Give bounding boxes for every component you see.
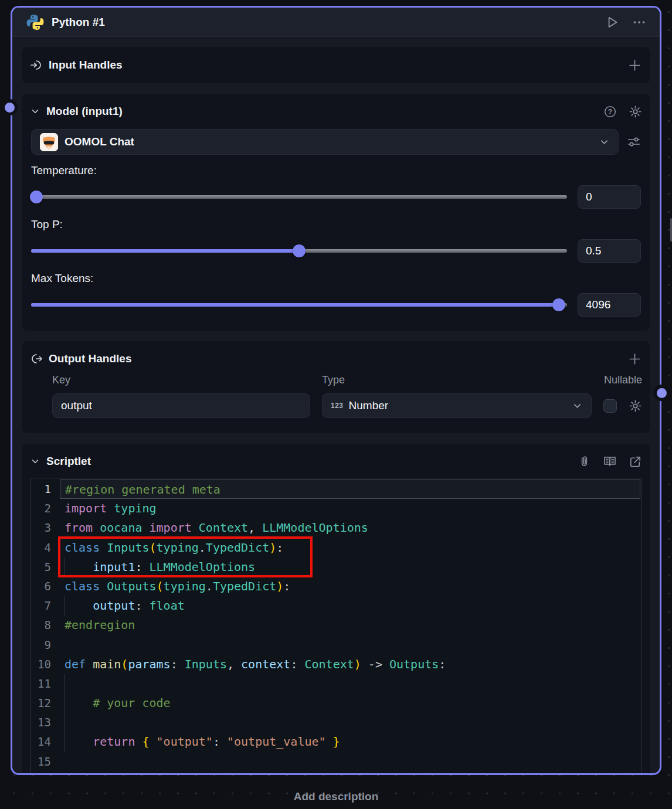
code-line-content: output: float bbox=[60, 596, 642, 616]
number-type-icon: 123 bbox=[331, 402, 344, 410]
code-line-content: #region generated meta bbox=[60, 480, 640, 499]
param-top-p: Top P: 0.5 bbox=[31, 218, 641, 263]
param-max-tokens: Max Tokens: 4096 bbox=[31, 272, 641, 317]
code-line-content: return { "output": "output_value" } bbox=[60, 732, 642, 752]
temperature-value[interactable]: 0 bbox=[578, 185, 641, 209]
max-tokens-slider[interactable] bbox=[31, 298, 567, 312]
param-label: Top P: bbox=[31, 218, 641, 231]
output-handles-panel: Output Handles Key Type Nullable 123 Num… bbox=[22, 341, 650, 433]
output-handles-title: Output Handles bbox=[49, 352, 627, 365]
add-description-button[interactable]: Add description bbox=[0, 790, 672, 803]
model-panel: Model (input1) ? bbox=[22, 94, 650, 331]
slider-thumb[interactable] bbox=[552, 298, 565, 311]
param-temperature: Temperature: 0 bbox=[31, 164, 641, 209]
chevron-down-icon[interactable] bbox=[30, 456, 40, 467]
code-line-content: # your code bbox=[60, 694, 642, 713]
node-title: Python #1 bbox=[52, 16, 605, 29]
input-port[interactable] bbox=[1, 99, 18, 115]
code-lines: 1#region generated meta2import typing3fr… bbox=[30, 480, 642, 771]
code-line[interactable]: 8#endregion bbox=[30, 616, 642, 635]
line-number: 11 bbox=[30, 674, 60, 694]
slider-thumb[interactable] bbox=[293, 244, 306, 257]
open-external-icon[interactable] bbox=[629, 455, 642, 468]
select-chevron-down-icon bbox=[572, 400, 583, 412]
model-select[interactable]: OOMOL Chat bbox=[31, 129, 619, 155]
line-number: 15 bbox=[30, 752, 60, 771]
run-button[interactable] bbox=[605, 15, 620, 30]
input-handles-icon bbox=[30, 59, 43, 72]
slider-fill bbox=[31, 303, 559, 307]
code-editor[interactable]: 1#region generated meta2import typing3fr… bbox=[30, 478, 642, 774]
model-settings-gear-icon[interactable] bbox=[629, 105, 642, 118]
line-number: 4 bbox=[30, 538, 60, 558]
code-line[interactable]: 2import typing bbox=[30, 499, 642, 518]
line-number: 7 bbox=[30, 596, 60, 616]
top-p-value[interactable]: 0.5 bbox=[578, 239, 641, 263]
line-number: 5 bbox=[30, 558, 60, 577]
nullable-checkbox[interactable] bbox=[603, 399, 617, 413]
code-line-content bbox=[60, 713, 642, 732]
code-line[interactable]: 15 bbox=[30, 752, 642, 771]
max-tokens-value[interactable]: 4096 bbox=[578, 293, 641, 317]
line-number: 2 bbox=[30, 499, 60, 518]
top-p-slider[interactable] bbox=[31, 244, 567, 258]
python-logo-icon bbox=[26, 13, 44, 31]
slider-track bbox=[31, 195, 567, 199]
model-select-value: OOMOL Chat bbox=[65, 135, 599, 148]
handle-type-value: Number bbox=[349, 399, 572, 412]
svg-text:?: ? bbox=[608, 107, 612, 115]
line-number: 8 bbox=[30, 616, 60, 635]
slider-fill bbox=[31, 249, 299, 253]
output-handles-icon bbox=[30, 352, 43, 365]
code-line[interactable]: 13 bbox=[30, 713, 642, 732]
slider-thumb[interactable] bbox=[30, 191, 43, 203]
node-body: Input Handles Model (input1) ? bbox=[12, 37, 660, 775]
model-tune-sliders-icon[interactable] bbox=[627, 135, 641, 149]
handle-key-input[interactable] bbox=[52, 393, 310, 418]
code-line[interactable]: 12 # your code bbox=[30, 694, 642, 713]
port-dot bbox=[657, 388, 667, 398]
handle-settings-gear-icon[interactable] bbox=[629, 399, 642, 413]
line-number: 12 bbox=[30, 694, 60, 713]
column-header-type: Type bbox=[322, 374, 604, 386]
oomol-chat-avatar bbox=[40, 133, 58, 151]
help-icon[interactable]: ? bbox=[603, 105, 617, 118]
model-section-title: Model (input1) bbox=[46, 105, 603, 118]
code-line-content bbox=[60, 674, 642, 694]
code-line-content: def main(params: Inputs, context: Contex… bbox=[60, 655, 642, 674]
code-line[interactable]: 1#region generated meta bbox=[30, 480, 642, 499]
chevron-down-icon[interactable] bbox=[30, 106, 40, 117]
code-line-content: input1: LLMModelOptions bbox=[60, 558, 642, 577]
docs-book-icon[interactable] bbox=[603, 454, 617, 468]
port-dot bbox=[5, 103, 15, 113]
code-line-content bbox=[60, 752, 642, 771]
input-handles-title: Input Handles bbox=[49, 59, 627, 72]
temperature-slider[interactable] bbox=[31, 190, 567, 204]
code-line[interactable]: 10def main(params: Inputs, context: Cont… bbox=[30, 655, 642, 674]
line-number: 13 bbox=[30, 713, 60, 732]
handle-type-select[interactable]: 123 Number bbox=[322, 393, 592, 418]
attach-paperclip-icon[interactable] bbox=[578, 455, 591, 468]
python-node-card[interactable]: Python #1 Input Handles bbox=[11, 6, 661, 775]
add-output-handle-button[interactable] bbox=[627, 352, 642, 366]
param-label: Temperature: bbox=[31, 164, 641, 177]
output-handle-row: 123 Number bbox=[52, 393, 642, 418]
line-number: 10 bbox=[30, 655, 60, 674]
output-port[interactable] bbox=[653, 385, 670, 401]
code-line-content: class Inputs(typing.TypedDict): bbox=[60, 538, 642, 558]
line-number: 1 bbox=[30, 480, 60, 499]
add-input-handle-button[interactable] bbox=[627, 58, 642, 73]
code-line[interactable]: 9 bbox=[30, 635, 642, 655]
code-line[interactable]: 4class Inputs(typing.TypedDict): bbox=[30, 538, 642, 558]
more-menu-button[interactable] bbox=[632, 15, 647, 30]
code-line[interactable]: 3from oocana import Context, LLMModelOpt… bbox=[30, 518, 642, 538]
code-line[interactable]: 7 output: float bbox=[30, 596, 642, 616]
code-line[interactable]: 14 return { "output": "output_value" } bbox=[30, 732, 642, 752]
column-header-key: Key bbox=[52, 374, 322, 386]
code-line[interactable]: 11 bbox=[30, 674, 642, 694]
code-line[interactable]: 6class Outputs(typing.TypedDict): bbox=[30, 577, 642, 596]
scriptlet-title: Scriptlet bbox=[46, 455, 578, 468]
column-header-nullable: Nullable bbox=[604, 374, 642, 386]
code-line[interactable]: 5 input1: LLMModelOptions bbox=[30, 558, 642, 577]
code-line-content bbox=[60, 635, 642, 655]
